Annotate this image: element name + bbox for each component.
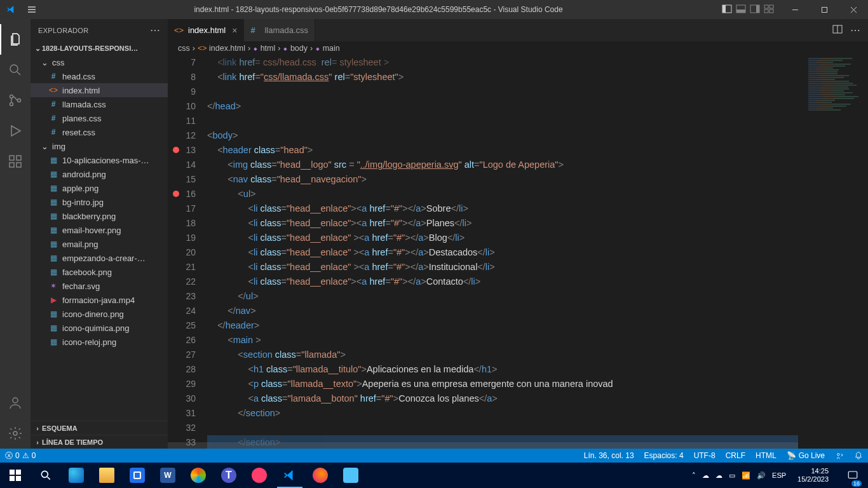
tree-file[interactable]: ▦blackberry.png [31,209,168,223]
svg-rect-28 [848,471,857,478]
warning-icon: ⚠ [22,451,29,460]
activity-search[interactable] [0,55,31,85]
status-eol[interactable]: CRLF [721,449,750,463]
breadcrumb-segment[interactable]: <> index.html [198,44,245,53]
tree-file[interactable]: ▦icono-reloj.png [31,335,168,349]
status-indentation[interactable]: Espacios: 4 [639,449,689,463]
tree-file[interactable]: ▦apple.png [31,181,168,195]
tray-onedrive-icon[interactable]: ☁ [702,471,709,480]
taskbar-app-game[interactable] [244,463,275,488]
tray-clock[interactable]: 14:25 15/2/2023 [792,467,834,483]
svg-rect-23 [10,470,15,475]
svg-point-20 [13,431,17,435]
line-gutter[interactable]: 7891011121314151617181920212223242526272… [168,55,207,449]
breadcrumb-segment[interactable]: ⬥ main [315,44,340,53]
tray-notifications[interactable]: 16 [840,463,865,488]
taskbar-copilot[interactable] [183,463,214,488]
activity-run-debug[interactable] [0,116,31,146]
tree-file[interactable]: #llamada.css [31,97,168,111]
breakpoint-icon[interactable] [173,147,179,153]
status-feedback-icon[interactable] [830,449,849,463]
tray-wifi-icon[interactable]: 📶 [742,471,750,480]
editor-tab[interactable]: <>index.html× [168,19,244,41]
tree-file[interactable]: ▦icono-dinero.png [31,307,168,321]
activity-settings[interactable] [0,418,31,449]
toggle-secondary-sidebar-icon[interactable] [750,4,760,16]
tree-file[interactable]: ▦facebook.png [31,265,168,279]
tree-folder[interactable]: ⌄css [31,55,168,69]
taskbar-vscode[interactable] [275,463,305,488]
taskbar-search[interactable] [31,463,61,488]
layout-controls [715,4,780,16]
svg-point-13 [10,103,13,106]
status-notifications-icon[interactable] [849,449,868,463]
taskbar-store[interactable] [122,463,153,488]
minimap[interactable] [798,55,868,449]
code-area[interactable]: 7891011121314151617181920212223242526272… [168,55,868,449]
titlebar: index.html - 1828-layouts-responsivos-0e… [0,0,868,19]
taskbar-teams[interactable]: T [214,463,244,488]
tree-folder[interactable]: ⌄img [31,139,168,153]
toggle-primary-sidebar-icon[interactable] [722,4,732,16]
close-icon[interactable]: × [232,25,237,36]
tree-file[interactable]: ▦email-hover.png [31,223,168,237]
split-editor-icon[interactable] [832,24,843,37]
status-cursor-position[interactable]: Lín. 36, col. 13 [579,449,639,463]
status-problems[interactable]: ⓧ0 ⚠0 [0,449,41,463]
chevron-down-icon: ⌄ [41,142,48,151]
tray-language[interactable]: ESP [772,471,786,479]
tree-file[interactable]: ▦email.png [31,237,168,251]
tree-file[interactable]: ▦empezando-a-crear-… [31,251,168,265]
sidebar: EXPLORADOR ⋯ ⌄ 1828-LAYOUTS-RESPONSI… ⌄c… [31,19,168,449]
more-actions-icon[interactable]: ⋯ [850,24,860,36]
tray-volume-icon[interactable]: 🔊 [757,471,766,480]
taskbar-file-explorer[interactable] [92,463,122,488]
tree-file[interactable]: #planes.css [31,111,168,125]
tree-file[interactable]: ▶formacion-java.mp4 [31,293,168,307]
tree-file[interactable]: <>index.html [31,83,168,97]
toggle-panel-icon[interactable] [736,4,746,16]
window-maximize-button[interactable] [810,0,839,19]
breadcrumb-segment[interactable]: ⬥ html [253,44,275,53]
start-button[interactable] [0,463,31,488]
status-language[interactable]: HTML [750,449,782,463]
window-close-button[interactable] [839,0,868,19]
breakpoint-icon[interactable] [173,191,179,197]
tray-battery-icon[interactable]: ▭ [729,471,735,480]
customize-layout-icon[interactable] [764,4,774,16]
editor-tabs: <>index.html×#llamada.css ⋯ [168,19,868,41]
taskbar-edge[interactable] [61,463,92,488]
tree-file[interactable]: ▦android.png [31,167,168,181]
activity-extensions[interactable] [0,146,31,177]
tray-chevron-up-icon[interactable]: ˄ [692,471,696,480]
status-encoding[interactable]: UTF-8 [689,449,721,463]
tray-cloud-icon[interactable]: ☁ [715,471,722,480]
taskbar-firefox[interactable] [305,463,336,488]
taskbar-word[interactable]: W [153,463,183,488]
breadcrumb[interactable]: css›<> index.html›⬥ html›⬥ body›⬥ main [168,41,868,55]
outline-section[interactable]: ›ESQUEMA [31,421,168,435]
app-menu-button[interactable] [22,4,41,15]
code-content[interactable]: <link href= css/head.css rel= stylesheet… [207,55,798,449]
svg-rect-10 [822,7,827,12]
activity-accounts[interactable] [0,388,31,418]
tree-file[interactable]: #reset.css [31,125,168,139]
workspace-folder[interactable]: ⌄ 1828-LAYOUTS-RESPONSI… [31,41,168,55]
tree-file[interactable]: ▦bg-intro.jpg [31,195,168,209]
editor-tab[interactable]: #llamada.css [244,19,315,41]
tree-file[interactable]: #head.css [31,69,168,83]
breadcrumb-segment[interactable]: css [178,44,190,53]
tree-file[interactable]: ▦10-aplicaciones-mas-… [31,153,168,167]
breadcrumb-segment[interactable]: ⬥ body [283,44,308,53]
tree-file[interactable]: ▦icono-quimica.png [31,321,168,335]
window-minimize-button[interactable] [780,0,810,19]
status-go-live[interactable]: 📡Go Live [782,449,830,463]
broadcast-icon: 📡 [787,451,796,460]
taskbar-app-blue[interactable] [336,463,366,488]
activity-source-control[interactable] [0,85,31,116]
sidebar-more-icon[interactable]: ⋯ [150,24,160,36]
activity-explorer[interactable] [0,24,31,55]
horizontal-scrollbar[interactable] [168,442,798,449]
tree-file[interactable]: ✶fechar.svg [31,279,168,293]
timeline-section[interactable]: ›LÍNEA DE TIEMPO [31,435,168,449]
